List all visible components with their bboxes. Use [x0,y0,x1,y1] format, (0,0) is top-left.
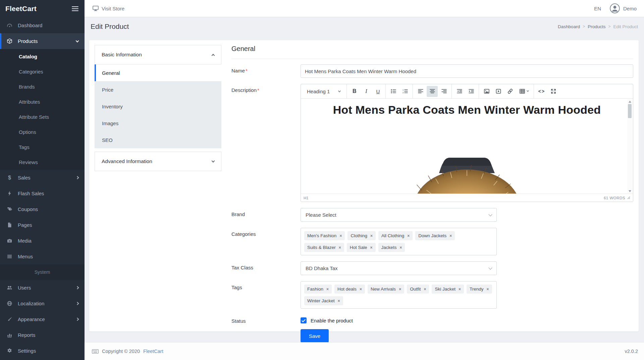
tax-class-select[interactable]: BD Dhaka Tax [301,261,497,275]
sidebar-item-localization[interactable]: Localization [0,296,85,311]
sidebar-item-sales[interactable]: $ Sales [0,170,85,186]
video-icon [495,88,501,94]
fullscreen-button[interactable] [548,86,559,97]
cube-icon [7,38,12,44]
sidebar-item-media[interactable]: Media [0,233,85,249]
insert-video-button[interactable] [493,86,504,97]
underline-button[interactable]: U [372,86,383,97]
scroll-up-icon[interactable] [629,101,631,103]
sidebar-item-label: Reports [18,332,78,338]
save-button[interactable]: Save [301,329,329,343]
category-chip: Jackets× [378,243,405,252]
footer-brand-link[interactable]: FleetCart [143,349,163,354]
sidebar-item-menus[interactable]: Menus [0,249,85,264]
sidebar-nav: Dashboard Products Catalog Categories Br… [0,17,85,360]
sidebar-item-pages[interactable]: Pages [0,217,85,233]
remove-icon[interactable]: × [326,287,329,291]
tag-chip: Hot deals× [334,285,365,294]
category-chip: Clothing× [347,231,376,240]
sidebar: FleetCart Dashboard Products Catalog Cat… [0,0,85,360]
advanced-information-header[interactable]: Advanced Information [95,152,221,171]
scroll-down-icon[interactable] [629,190,631,192]
brand-label: Brand [231,208,301,222]
submenu-item-categories[interactable]: Categories [0,64,85,79]
chevron-down-icon [76,39,79,42]
sidebar-item-dashboard[interactable]: Dashboard [0,17,85,33]
italic-button[interactable]: I [361,86,372,97]
breadcrumb-dashboard[interactable]: Dashboard [558,24,580,29]
scrollbar-thumb[interactable] [628,104,632,118]
brand-select[interactable]: Please Select [301,208,497,222]
monitor-icon [93,6,99,11]
code-view-button[interactable]: <> [536,86,547,97]
remove-icon[interactable]: × [338,299,340,303]
remove-icon[interactable]: × [370,234,373,238]
outdent-button[interactable] [454,86,465,97]
remove-icon[interactable]: × [424,287,426,291]
remove-icon[interactable]: × [399,246,402,250]
remove-icon[interactable]: × [459,287,461,291]
submenu-item-tags[interactable]: Tags [0,140,85,155]
insert-table-button[interactable] [516,86,532,97]
camera-icon [7,238,12,244]
submenu-item-catalog[interactable]: Catalog [0,49,85,64]
sidebar-item-users[interactable]: Users [0,280,85,296]
editor-block-indicator: H1 [304,196,309,200]
user-menu[interactable]: Demo [610,3,637,13]
align-right-button[interactable] [438,86,449,97]
chevron-right-icon [76,318,79,321]
heading-style-dropdown[interactable]: Heading 1 [303,89,344,94]
submenu-item-reviews[interactable]: Reviews [0,155,85,170]
bullet-list-button[interactable] [388,86,399,97]
align-center-button[interactable] [427,86,438,97]
remove-icon[interactable]: × [360,287,362,291]
resize-handle-icon[interactable] [627,196,630,199]
editor-content[interactable]: Hot Mens Parka Coats Men Winter Warm Hoo… [301,99,633,194]
tags-input[interactable]: Fashion× Hot deals× New Arrivals× Outfit… [301,281,497,309]
sidebar-item-coupons[interactable]: Coupons [0,201,85,217]
version-label: v2.0.2 [625,349,638,354]
remove-icon[interactable]: × [449,234,452,238]
remove-icon[interactable]: × [399,287,401,291]
visit-store-link[interactable]: Visit Store [93,6,124,11]
insert-link-button[interactable] [504,86,516,97]
indent-button[interactable] [466,86,477,97]
insert-image-button[interactable] [481,86,492,97]
tab-price[interactable]: Price [95,81,221,98]
breadcrumb-products[interactable]: Products [588,24,605,29]
align-left-button[interactable] [415,86,426,97]
sidebar-item-appearance[interactable]: Appearance [0,311,85,327]
tab-seo[interactable]: SEO [95,132,221,148]
tab-inventory[interactable]: Inventory [95,98,221,115]
tab-general[interactable]: General [95,64,221,81]
hamburger-menu-icon[interactable] [72,5,78,12]
submenu-item-attributes[interactable]: Attributes [0,94,85,109]
submenu-item-options[interactable]: Options [0,124,85,140]
tab-images[interactable]: Images [95,115,221,132]
bold-button[interactable]: B [349,86,360,97]
tags-icon [7,206,12,212]
remove-icon[interactable]: × [339,246,341,250]
chevron-down-icon [212,159,215,163]
file-icon [7,222,12,228]
submenu-item-brands[interactable]: Brands [0,79,85,94]
language-switcher[interactable]: EN [594,6,601,11]
sidebar-item-reports[interactable]: Reports [0,327,85,343]
sidebar-item-settings[interactable]: Settings [0,343,85,359]
submenu-item-attribute-sets[interactable]: Attribute Sets [0,109,85,124]
categories-input[interactable]: Men's Fashion× Clothing× All Clothing× D… [301,228,497,255]
remove-icon[interactable]: × [407,234,410,238]
status-checkbox[interactable] [301,317,307,323]
remove-icon[interactable]: × [339,234,342,238]
basic-information-header[interactable]: Basic Information [95,45,221,64]
sidebar-item-products[interactable]: Products [0,33,85,49]
editor-scrollbar[interactable] [627,99,632,194]
indent-icon [468,88,474,94]
remove-icon[interactable]: × [370,246,373,250]
remove-icon[interactable]: × [486,287,489,291]
chevron-down-icon [488,266,492,269]
numbered-list-button[interactable]: 12 [399,86,411,97]
sidebar-item-flash-sales[interactable]: Flash Sales [0,186,85,201]
name-input[interactable] [301,64,633,78]
sidebar-item-label: Media [18,238,78,244]
